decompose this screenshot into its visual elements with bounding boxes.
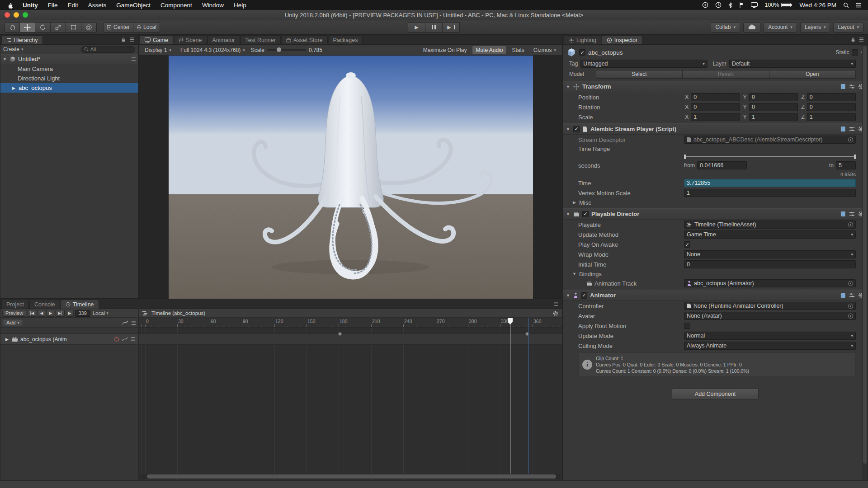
- animator-component-header[interactable]: ▼ ✓ Animator: [563, 290, 868, 301]
- curves-view-icon[interactable]: [122, 320, 128, 325]
- menu-gameobject[interactable]: GameObject: [111, 2, 156, 9]
- rotation-z-field[interactable]: 0: [807, 103, 856, 111]
- pivot-center-button[interactable]: Center: [103, 22, 133, 33]
- time-range-slider[interactable]: [684, 154, 856, 160]
- update-method-dropdown[interactable]: Game Time▾: [684, 230, 856, 239]
- step-button[interactable]: ▶: [443, 22, 460, 33]
- tab-asset-store[interactable]: Asset Store: [281, 35, 328, 44]
- spotlight-search-icon[interactable]: [843, 2, 849, 8]
- scale-tool-button[interactable]: [51, 22, 66, 33]
- current-frame-field[interactable]: 339: [75, 310, 90, 317]
- object-picker-icon[interactable]: [848, 314, 853, 319]
- add-component-button[interactable]: Add Component: [672, 389, 759, 399]
- object-picker-icon[interactable]: [848, 137, 853, 142]
- menu-file[interactable]: File: [43, 2, 63, 9]
- move-tool-button[interactable]: [20, 22, 35, 33]
- animator-enabled-checkbox[interactable]: ✓: [581, 292, 587, 299]
- culling-mode-dropdown[interactable]: Always Animate▾: [684, 342, 856, 350]
- display-dropdown[interactable]: Display 1▾: [142, 46, 175, 54]
- help-book-icon[interactable]: [840, 84, 846, 89]
- vertex-motion-scale-field[interactable]: 1: [684, 189, 856, 197]
- update-mode-dropdown[interactable]: Normal▾: [684, 332, 856, 340]
- maximize-on-play-button[interactable]: Maximize On Play: [420, 46, 470, 54]
- track-menu-icon[interactable]: [131, 337, 136, 341]
- zoom-window-button[interactable]: [23, 12, 28, 18]
- play-button[interactable]: ▶: [408, 22, 425, 33]
- foldout-closed-icon[interactable]: ▶: [11, 86, 16, 90]
- static-checkbox[interactable]: [852, 49, 858, 56]
- create-button[interactable]: Create ▾: [3, 46, 24, 52]
- stream-descriptor-field[interactable]: abc_octopus_ABCDesc (AlembicStreamDescri…: [684, 136, 856, 144]
- play-range-button[interactable]: ▶: [66, 310, 74, 317]
- pause-button[interactable]: [425, 22, 443, 33]
- scrollbar-thumb[interactable]: [863, 46, 867, 464]
- transform-component-header[interactable]: ▼ Transform: [563, 81, 868, 92]
- active-checkbox[interactable]: ✓: [579, 49, 585, 56]
- tag-dropdown[interactable]: Untagged▾: [580, 60, 707, 68]
- add-track-button[interactable]: Add▾: [3, 319, 23, 326]
- transform-combined-tool-button[interactable]: [81, 22, 97, 33]
- lock-icon[interactable]: [121, 37, 126, 42]
- foldout-open-icon[interactable]: ▼: [2, 57, 7, 61]
- cloud-services-button[interactable]: [743, 22, 760, 33]
- tab-game[interactable]: Game: [140, 35, 173, 44]
- tab-inspector[interactable]: Inspector: [602, 35, 642, 44]
- space-local-button[interactable]: Local: [133, 22, 160, 33]
- foldout-open-icon[interactable]: ▼: [566, 293, 571, 298]
- scale-x-field[interactable]: 1: [691, 113, 740, 121]
- controller-field[interactable]: None (Runtime Animator Controller): [684, 302, 856, 310]
- model-select-button[interactable]: Select: [596, 70, 683, 79]
- layer-dropdown[interactable]: Default▾: [729, 60, 856, 68]
- playable-director-component-header[interactable]: ▼ ✓ Playable Director: [563, 208, 868, 220]
- scrollbar-thumb[interactable]: [147, 474, 556, 479]
- account-dropdown[interactable]: Account▾: [764, 22, 797, 33]
- model-revert-button[interactable]: Revert: [683, 70, 769, 79]
- inspector-scrollbar[interactable]: [862, 45, 868, 480]
- help-book-icon[interactable]: [840, 292, 846, 298]
- presets-icon[interactable]: [849, 126, 855, 132]
- airplay-display-icon[interactable]: [751, 2, 758, 8]
- panel-menu-icon[interactable]: [553, 302, 558, 306]
- timeline-settings-gear-icon[interactable]: [552, 310, 558, 316]
- position-z-field[interactable]: 0: [807, 93, 856, 101]
- rotation-x-field[interactable]: 0: [691, 103, 740, 111]
- aspect-dropdown[interactable]: Full 1024 4:3 (1024x768)▾: [177, 46, 248, 54]
- battery-indicator[interactable]: 100%: [764, 2, 793, 8]
- tab-lighting[interactable]: Lighting: [564, 35, 601, 44]
- foldout-open-icon[interactable]: ▼: [566, 84, 571, 89]
- ref-mode-dropdown[interactable]: Local▾: [93, 310, 108, 316]
- avatar-field[interactable]: None (Avatar): [684, 312, 856, 320]
- rotate-tool-button[interactable]: [35, 22, 51, 33]
- record-icon[interactable]: [114, 337, 119, 342]
- menu-window[interactable]: Window: [197, 2, 229, 9]
- track-curves-icon[interactable]: [122, 337, 128, 342]
- collab-dropdown[interactable]: Collab▾: [711, 22, 740, 33]
- presets-icon[interactable]: [849, 292, 855, 298]
- presets-icon[interactable]: [849, 84, 855, 89]
- to-field[interactable]: 5: [836, 161, 856, 169]
- input-source-flag-icon[interactable]: [739, 2, 744, 8]
- play-on-awake-checkbox[interactable]: ✓: [684, 241, 690, 248]
- object-picker-icon[interactable]: [848, 222, 853, 227]
- rotation-y-field[interactable]: 0: [749, 103, 798, 111]
- foldout-open-icon[interactable]: ▼: [566, 127, 571, 131]
- wrap-mode-dropdown[interactable]: None▾: [684, 250, 856, 258]
- playable-field[interactable]: Timeline (TimelineAsset): [684, 221, 856, 229]
- apply-root-motion-checkbox[interactable]: [684, 323, 690, 329]
- scale-z-field[interactable]: 1: [807, 113, 856, 121]
- panel-menu-icon[interactable]: [859, 38, 864, 42]
- tab-hierarchy[interactable]: Hierarchy: [1, 35, 43, 44]
- gameobject-name-field[interactable]: abc_octopus: [588, 49, 833, 56]
- minimize-window-button[interactable]: [14, 12, 19, 18]
- tab-scene[interactable]: Scene: [174, 35, 207, 44]
- layers-dropdown[interactable]: Layers▾: [800, 22, 830, 33]
- foldout-closed-icon[interactable]: ▶: [572, 200, 577, 205]
- scene-menu-icon[interactable]: [131, 57, 136, 61]
- menu-clock[interactable]: Wed 4:26 PM: [799, 2, 836, 9]
- close-window-button[interactable]: [5, 12, 10, 18]
- previous-frame-button[interactable]: ◀: [38, 310, 45, 317]
- time-machine-icon[interactable]: [715, 2, 722, 8]
- hierarchy-item-main-camera[interactable]: Main Camera: [0, 64, 138, 74]
- hierarchy-item-directional-light[interactable]: Directional Light: [0, 74, 138, 83]
- help-book-icon[interactable]: [840, 126, 846, 132]
